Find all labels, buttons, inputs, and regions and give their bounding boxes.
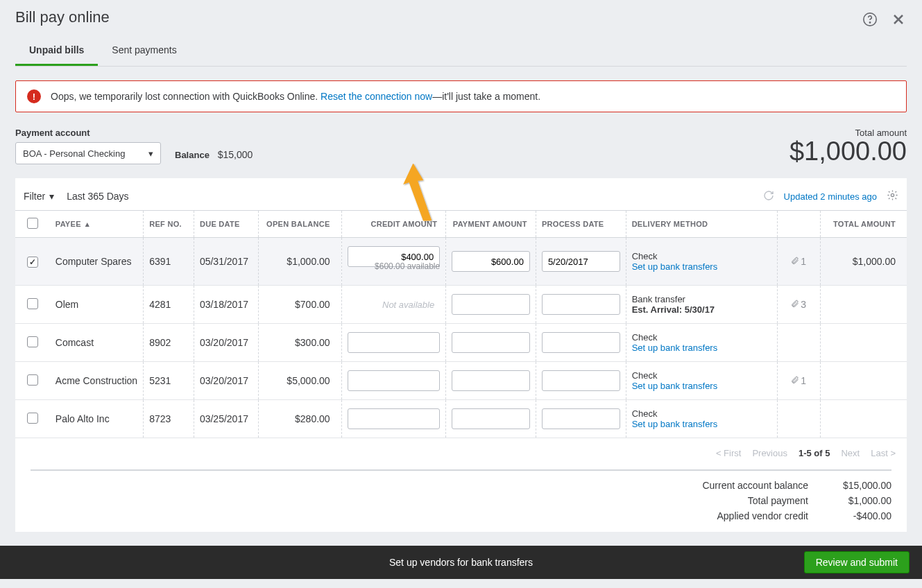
- row-checkbox[interactable]: [27, 374, 38, 386]
- payment-amount-input[interactable]: [452, 370, 530, 391]
- balance-value: $15,000: [218, 149, 253, 160]
- row-checkbox[interactable]: [27, 336, 38, 347]
- credit-amount-input[interactable]: [348, 408, 441, 429]
- footer: Set up vendors for bank transfers Review…: [0, 546, 922, 579]
- paperclip-icon: [791, 299, 799, 311]
- row-checkbox[interactable]: [27, 413, 38, 424]
- page-prev[interactable]: Previous: [752, 448, 787, 458]
- process-date-input[interactable]: [542, 408, 620, 429]
- setup-vendors-link[interactable]: Set up vendors for bank transfers: [389, 557, 533, 568]
- column-payment-amount[interactable]: PAYMENT AMOUNT: [446, 211, 536, 238]
- sort-asc-icon: ▴: [85, 220, 89, 229]
- total-amount-cell: [820, 400, 907, 438]
- select-all-checkbox[interactable]: [27, 218, 38, 229]
- tabs: Unpaid bills Sent payments: [15, 37, 907, 67]
- total-amount-cell: [820, 362, 907, 400]
- page-last[interactable]: Last >: [871, 448, 896, 458]
- row-checkbox[interactable]: [27, 257, 38, 268]
- column-open-balance[interactable]: OPEN BALANCE: [259, 211, 341, 238]
- payment-amount-input[interactable]: [452, 294, 530, 315]
- payee-cell: Acme Construction: [50, 362, 144, 400]
- column-total-amount[interactable]: TOTAL AMOUNT: [820, 211, 907, 238]
- gear-icon[interactable]: [887, 189, 898, 203]
- page-first[interactable]: < First: [716, 448, 741, 458]
- ref-cell: 5231: [144, 362, 194, 400]
- tab-unpaid-bills[interactable]: Unpaid bills: [15, 37, 98, 66]
- due-date-cell: 03/18/2017: [194, 286, 258, 324]
- table-row: Olem428103/18/2017$700.00Not availableBa…: [15, 286, 907, 324]
- open-balance-cell: $1,000.00: [259, 238, 341, 286]
- due-date-cell: 03/20/2017: [194, 362, 258, 400]
- paperclip-icon: [791, 256, 799, 268]
- delivery-method-text: Check: [632, 251, 771, 261]
- total-amount-value: $1,000.00: [789, 138, 907, 164]
- payee-cell: Computer Spares: [50, 238, 144, 286]
- page-range: 1-5 of 5: [799, 448, 830, 458]
- paperclip-icon: [791, 375, 799, 387]
- summary-credit-label: Applied vendor credit: [717, 510, 808, 521]
- total-amount-cell: [820, 286, 907, 324]
- credit-available: $600.00 available: [375, 261, 440, 271]
- setup-bank-transfers-link[interactable]: Set up bank transfers: [632, 419, 771, 429]
- due-date-cell: 03/20/2017: [194, 324, 258, 362]
- credit-not-available: Not available: [348, 300, 441, 310]
- column-due-date[interactable]: DUE DATE: [194, 211, 258, 238]
- column-attachments: [777, 211, 820, 238]
- column-process-date[interactable]: PROCESS DATE: [536, 211, 626, 238]
- process-date-input[interactable]: [542, 332, 620, 353]
- column-payee[interactable]: PAYEE▴: [50, 211, 144, 238]
- refresh-icon[interactable]: [763, 190, 774, 203]
- delivery-est-arrival: Est. Arrival: 5/30/17: [632, 304, 771, 315]
- page-next[interactable]: Next: [841, 448, 860, 458]
- payee-cell: Comcast: [50, 324, 144, 362]
- setup-bank-transfers-link[interactable]: Set up bank transfers: [632, 261, 771, 272]
- row-checkbox[interactable]: [27, 298, 38, 309]
- ref-cell: 8902: [144, 324, 194, 362]
- column-delivery-method[interactable]: DELIVERY METHOD: [626, 211, 777, 238]
- process-date-input[interactable]: [542, 294, 620, 315]
- column-ref[interactable]: REF NO.: [144, 211, 194, 238]
- delivery-method-text: Check: [632, 332, 771, 343]
- help-icon[interactable]: [862, 12, 878, 29]
- credit-amount-input[interactable]: [348, 370, 441, 391]
- setup-bank-transfers-link[interactable]: Set up bank transfers: [632, 343, 771, 353]
- chevron-down-icon: ▾: [148, 148, 153, 159]
- balance-label: Balance: [175, 150, 210, 160]
- payment-account-select[interactable]: BOA - Personal Checking ▾: [15, 142, 161, 164]
- attachment-indicator[interactable]: 1: [791, 375, 806, 387]
- payment-amount-input[interactable]: [452, 251, 530, 272]
- attachment-indicator[interactable]: 1: [791, 256, 806, 268]
- ref-cell: 8723: [144, 400, 194, 438]
- attachment-indicator[interactable]: 3: [791, 299, 806, 311]
- page-title: Bill pay online: [15, 8, 907, 26]
- updated-timestamp: Updated 2 minutes ago: [784, 191, 877, 202]
- total-amount-cell: [820, 324, 907, 362]
- process-date-input[interactable]: [542, 370, 620, 391]
- open-balance-cell: $300.00: [259, 324, 341, 362]
- delivery-method-text: Check: [632, 408, 771, 419]
- table-row: Comcast890203/20/2017$300.00CheckSet up …: [15, 324, 907, 362]
- tab-sent-payments[interactable]: Sent payments: [98, 37, 190, 66]
- review-submit-button[interactable]: Review and submit: [804, 551, 910, 573]
- process-date-input[interactable]: [542, 251, 620, 272]
- payment-amount-input[interactable]: [452, 332, 530, 353]
- due-date-cell: 03/25/2017: [194, 400, 258, 438]
- credit-amount-input[interactable]: [348, 332, 441, 353]
- payment-account-label: Payment account: [15, 128, 161, 138]
- filter-button[interactable]: Filter ▾: [24, 191, 54, 202]
- ref-cell: 4281: [144, 286, 194, 324]
- summary-balance-label: Current account balance: [702, 480, 808, 491]
- chevron-down-icon: ▾: [49, 191, 54, 202]
- annotation-arrow: [402, 164, 458, 226]
- setup-bank-transfers-link[interactable]: Set up bank transfers: [632, 381, 771, 391]
- table-row: Computer Spares639105/31/2017$1,000.00$6…: [15, 238, 907, 286]
- open-balance-cell: $700.00: [259, 286, 341, 324]
- close-icon[interactable]: [890, 11, 907, 30]
- payee-cell: Olem: [50, 286, 144, 324]
- delivery-method-text: Check: [632, 370, 771, 381]
- alert-text: Oops, we temporarily lost connection wit…: [51, 91, 540, 102]
- reset-connection-link[interactable]: Reset the connection now: [321, 91, 432, 102]
- payment-amount-input[interactable]: [452, 408, 530, 429]
- table-row: Acme Construction523103/20/2017$5,000.00…: [15, 362, 907, 400]
- summary-payment-label: Total payment: [748, 495, 808, 506]
